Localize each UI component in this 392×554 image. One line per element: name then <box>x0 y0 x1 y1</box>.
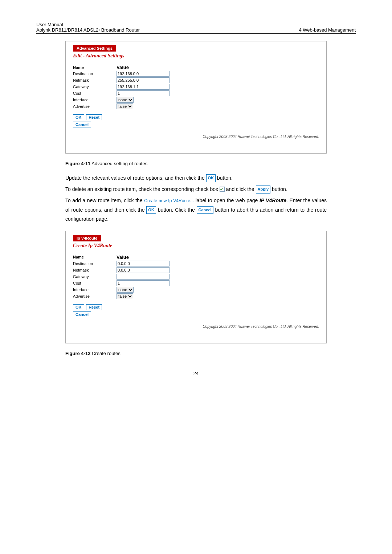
interface-label: Interface <box>73 98 117 102</box>
ip-v4route-tab[interactable]: Ip V4Route <box>73 235 101 241</box>
gateway-input[interactable] <box>117 84 170 90</box>
para1: Update the relevant values of route opti… <box>65 174 327 183</box>
panel2-copyright: Copyright 2003-2004 Huawei Technologies … <box>66 325 326 329</box>
cancel-button[interactable]: Cancel <box>73 122 91 127</box>
header-right: 4 Web-based Management <box>299 27 356 33</box>
col-name-header-2: Name <box>73 255 117 259</box>
cancel-inline-icon: Cancel <box>197 206 213 214</box>
page-number: 24 <box>36 371 356 376</box>
para2: To delete an existing route item, check … <box>65 185 327 194</box>
cost-label-2: Cost <box>73 281 117 285</box>
reset-button-2[interactable]: Reset <box>86 304 102 310</box>
caption1-text: Advanced setting of routes <box>90 161 147 166</box>
ok-button[interactable]: OK <box>73 114 84 120</box>
page-header: User Manual Aolynk DR811/DR814 ADSL2+Bro… <box>36 22 356 34</box>
caption2-bold: Figure 4-12 <box>65 351 90 356</box>
panel1-copyright: Copyright 2003-2004 Huawei Technologies … <box>66 135 326 139</box>
reset-button[interactable]: Reset <box>86 114 102 120</box>
ip-v4route-bold: IP V4Route <box>260 197 286 203</box>
col-name-header: Name <box>73 65 117 70</box>
caption1-bold: Figure 4-11 <box>65 161 90 166</box>
col-value-header: Value <box>117 65 171 70</box>
checkbox-icon <box>220 187 225 192</box>
para3: To add a new route item, click the Creat… <box>65 196 327 224</box>
destination-label-2: Destination <box>73 261 117 266</box>
panel2-title: Create Ip V4Route <box>73 243 319 249</box>
gateway-input-2[interactable] <box>117 274 170 280</box>
netmask-label-2: Netmask <box>73 268 117 272</box>
advertise-label: Advertise <box>73 104 117 109</box>
interface-select[interactable]: none <box>117 97 134 103</box>
advertise-select-2[interactable]: false <box>117 293 133 299</box>
cancel-button-2[interactable]: Cancel <box>73 311 91 317</box>
caption2-text: Create routes <box>90 351 120 356</box>
cost-label: Cost <box>73 91 117 95</box>
create-route-panel: Ip V4Route Create Ip V4Route Name Value … <box>65 231 327 343</box>
netmask-input[interactable] <box>117 77 170 83</box>
destination-input-2[interactable] <box>117 261 170 266</box>
gateway-label-2: Gateway <box>73 274 117 279</box>
interface-label-2: Interface <box>73 288 117 292</box>
create-route-link-label: Create new Ip V4Route... <box>144 198 194 203</box>
ok-button-2[interactable]: OK <box>73 304 84 310</box>
netmask-label: Netmask <box>73 78 117 82</box>
advanced-settings-panel: Advanced Settings Edit - Advanced Settin… <box>65 41 327 154</box>
ok-inline-icon: OK <box>206 174 216 182</box>
destination-input[interactable] <box>117 71 170 77</box>
header-line2: Aolynk DR811/DR814 ADSL2+Broadband Route… <box>36 27 140 33</box>
advertise-label-2: Advertise <box>73 294 117 298</box>
ok-inline-icon-2: OK <box>146 206 156 214</box>
destination-label: Destination <box>73 72 117 76</box>
gateway-label: Gateway <box>73 85 117 89</box>
netmask-input-2[interactable] <box>117 267 170 273</box>
col-value-header-2: Value <box>117 254 171 260</box>
apply-inline-icon: Apply <box>256 186 271 194</box>
cost-input[interactable] <box>117 90 170 96</box>
figure-4-11-caption: Figure 4-11 Advanced setting of routes <box>65 161 356 166</box>
interface-select-2[interactable]: none <box>117 287 134 293</box>
advertise-select[interactable]: false <box>117 103 133 109</box>
header-line1: User Manual <box>36 22 140 27</box>
cost-input-2[interactable] <box>117 280 170 286</box>
figure-4-12-caption: Figure 4-12 Create routes <box>65 351 356 356</box>
panel1-title: Edit - Advanced Settings <box>73 53 319 59</box>
advanced-settings-tab[interactable]: Advanced Settings <box>73 45 116 52</box>
